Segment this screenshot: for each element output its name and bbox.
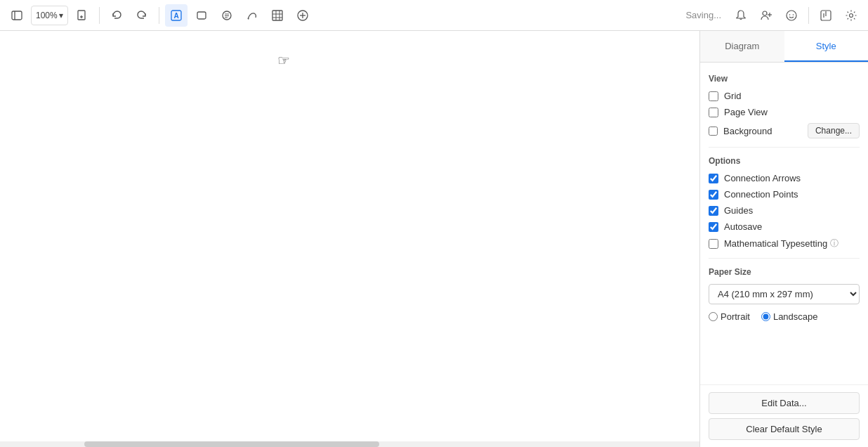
zoom-dropdown[interactable]: 100% ▾ bbox=[31, 6, 68, 25]
paper-size-section: Paper Size A4 (210 mm x 297 mm) A3 (297 … bbox=[709, 267, 860, 322]
options-section: Options Connection Arrows Connection Poi… bbox=[709, 156, 860, 250]
page-view-label[interactable]: Page View bbox=[724, 107, 768, 117]
canvas-scrollbar[interactable] bbox=[0, 441, 699, 447]
landscape-text: Landscape bbox=[773, 311, 818, 322]
notifications-button[interactable] bbox=[730, 4, 752, 27]
cursor-icon: ☞ bbox=[277, 52, 290, 69]
connection-arrows-checkbox[interactable] bbox=[709, 174, 718, 183]
background-checkbox[interactable] bbox=[709, 127, 718, 136]
svg-point-29 bbox=[850, 13, 853, 17]
undo-button[interactable] bbox=[105, 4, 128, 27]
grid-row: Grid bbox=[709, 91, 860, 101]
guides-label[interactable]: Guides bbox=[724, 205, 753, 216]
panel-bottom: Edit Data... Clear Default Style bbox=[700, 384, 868, 447]
tab-diagram[interactable]: Diagram bbox=[700, 31, 784, 62]
svg-rect-12 bbox=[272, 11, 282, 20]
paper-size-select[interactable]: A4 (210 mm x 297 mm) A3 (297 mm x 420 mm… bbox=[709, 284, 860, 304]
change-background-button[interactable]: Change... bbox=[808, 123, 860, 138]
divider-1 bbox=[99, 7, 100, 24]
sidebar-toggle-button[interactable] bbox=[6, 4, 28, 27]
svg-text:A: A bbox=[173, 12, 178, 20]
background-row: Background Change... bbox=[709, 123, 860, 138]
add-page-button[interactable] bbox=[71, 4, 93, 27]
guides-checkbox[interactable] bbox=[709, 206, 718, 216]
tab-style[interactable]: Style bbox=[784, 31, 869, 62]
clear-default-style-button[interactable]: Clear Default Style bbox=[709, 418, 860, 440]
settings-button[interactable] bbox=[840, 4, 862, 27]
connection-points-label[interactable]: Connection Points bbox=[724, 189, 798, 200]
paper-size-section-title: Paper Size bbox=[709, 267, 860, 277]
share-people-button[interactable] bbox=[755, 4, 777, 27]
saving-status: Saving... bbox=[685, 10, 727, 20]
svg-rect-7 bbox=[197, 12, 206, 19]
connection-points-row: Connection Points bbox=[709, 189, 860, 200]
landscape-label[interactable]: Landscape bbox=[761, 311, 818, 322]
note-tool-button[interactable] bbox=[216, 4, 238, 27]
mathematical-typesetting-label[interactable]: Mathematical Typesetting ⓘ bbox=[724, 238, 839, 250]
background-left: Background bbox=[709, 126, 772, 136]
autosave-row: Autosave bbox=[709, 221, 860, 232]
view-section: View Grid Page View Background Change... bbox=[709, 74, 860, 138]
share-button[interactable] bbox=[815, 4, 837, 27]
section-divider-1 bbox=[709, 147, 860, 148]
svg-point-25 bbox=[793, 14, 794, 15]
toolbar-right-icons bbox=[730, 4, 862, 27]
mathematical-typesetting-row: Mathematical Typesetting ⓘ bbox=[709, 238, 860, 250]
view-section-title: View bbox=[709, 74, 860, 84]
toolbar: 100% ▾ A bbox=[0, 0, 868, 31]
autosave-label[interactable]: Autosave bbox=[724, 221, 762, 232]
main-area: ☞ Diagram Style View Grid Page View bbox=[0, 31, 868, 447]
page-view-row: Page View bbox=[709, 107, 860, 117]
add-extra-button[interactable] bbox=[291, 4, 314, 27]
svg-point-24 bbox=[789, 14, 791, 15]
freehand-tool-button[interactable] bbox=[241, 4, 263, 27]
redo-button[interactable] bbox=[131, 4, 153, 27]
connection-points-checkbox[interactable] bbox=[709, 190, 718, 200]
orientation-row: Portrait Landscape bbox=[709, 311, 860, 322]
guides-row: Guides bbox=[709, 205, 860, 216]
zoom-chevron-icon: ▾ bbox=[59, 11, 63, 20]
page-view-checkbox[interactable] bbox=[709, 108, 718, 117]
panel-tabs: Diagram Style bbox=[700, 31, 868, 63]
grid-checkbox[interactable] bbox=[709, 91, 718, 101]
svg-rect-0 bbox=[12, 11, 22, 20]
divider-2 bbox=[159, 7, 159, 24]
grid-label[interactable]: Grid bbox=[724, 91, 742, 101]
background-label[interactable]: Background bbox=[723, 126, 772, 136]
svg-rect-2 bbox=[78, 11, 85, 20]
edit-data-button[interactable]: Edit Data... bbox=[709, 392, 860, 414]
canvas-area[interactable]: ☞ bbox=[0, 31, 699, 447]
connection-arrows-label[interactable]: Connection Arrows bbox=[724, 173, 801, 183]
landscape-radio[interactable] bbox=[761, 312, 770, 321]
connection-arrows-row: Connection Arrows bbox=[709, 173, 860, 183]
autosave-checkbox[interactable] bbox=[709, 222, 718, 232]
right-panel: Diagram Style View Grid Page View bbox=[699, 31, 868, 447]
portrait-label[interactable]: Portrait bbox=[709, 311, 750, 322]
emoji-button[interactable] bbox=[780, 4, 803, 27]
shape-tool-button[interactable] bbox=[190, 4, 213, 27]
table-tool-button[interactable] bbox=[266, 4, 289, 27]
panel-content: View Grid Page View Background Change... bbox=[700, 63, 868, 384]
section-divider-2 bbox=[709, 258, 860, 259]
options-section-title: Options bbox=[709, 156, 860, 166]
zoom-value: 100% bbox=[36, 11, 58, 20]
text-tool-button[interactable]: A bbox=[165, 4, 188, 27]
portrait-text: Portrait bbox=[721, 311, 750, 322]
divider-3 bbox=[808, 7, 809, 24]
scrollbar-thumb[interactable] bbox=[84, 441, 379, 447]
mathematical-typesetting-help-icon[interactable]: ⓘ bbox=[830, 238, 839, 250]
portrait-radio[interactable] bbox=[709, 312, 718, 321]
svg-point-20 bbox=[763, 11, 767, 15]
svg-point-23 bbox=[787, 11, 796, 20]
mathematical-typesetting-checkbox[interactable] bbox=[709, 239, 718, 249]
